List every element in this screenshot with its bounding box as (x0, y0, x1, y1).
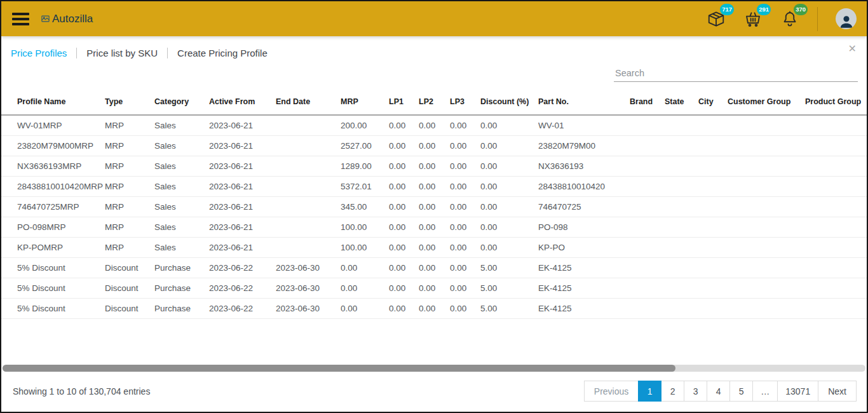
table-cell (728, 115, 805, 136)
table-cell: Discount (105, 258, 154, 278)
column-header-city[interactable]: City (698, 91, 728, 115)
table-cell (630, 197, 665, 217)
table-cell: 0.00 (450, 258, 480, 278)
table-cell: MRP (105, 177, 154, 197)
table-cell: 2023-06-22 (209, 258, 276, 278)
table-cell (728, 177, 805, 197)
hamburger-menu-icon[interactable] (11, 8, 31, 30)
notifications-badge: 370 (794, 4, 808, 15)
table-cell (630, 238, 665, 258)
table-cell (698, 156, 728, 177)
table-cell (728, 156, 805, 177)
tab-create-pricing-profile[interactable]: Create Pricing Profile (177, 48, 268, 58)
column-header-active-from[interactable]: Active From (209, 91, 276, 115)
table-cell (276, 115, 341, 136)
table-cell: 0.00 (341, 299, 389, 319)
orders-package-button[interactable]: 717 (707, 10, 726, 29)
cart-button[interactable]: 291 (743, 10, 763, 29)
column-header-lp3[interactable]: LP3 (450, 91, 480, 115)
table-cell: 2023-06-22 (209, 278, 276, 299)
table-cell: 0.00 (450, 115, 480, 136)
table-cell: 0.00 (389, 177, 419, 197)
table-cell: 0.00 (480, 197, 538, 217)
table-cell (728, 299, 805, 319)
table-cell: MRP (105, 238, 154, 258)
page-button-previous[interactable]: Previous (584, 381, 639, 402)
notifications-button[interactable]: 370 (780, 10, 799, 29)
column-header-lp1[interactable]: LP1 (389, 91, 419, 115)
page-button-3[interactable]: 3 (684, 381, 707, 402)
table-cell: NX3636193 (538, 156, 630, 177)
table-cell: 0.00 (341, 278, 389, 299)
table-cell: 0.00 (389, 299, 419, 319)
table-cell (698, 278, 728, 299)
table-cell: 5.00 (480, 258, 538, 278)
table-cell: 5372.01 (341, 177, 389, 197)
column-header-brand[interactable]: Brand (630, 91, 665, 115)
table-cell: 0.00 (450, 238, 480, 258)
table-cell: 2023-06-30 (276, 258, 341, 278)
content-spacer (1, 319, 867, 365)
table-cell: 0.00 (480, 177, 538, 197)
tab-price-list-by-sku[interactable]: Price list by SKU (86, 48, 158, 58)
page-button-13071[interactable]: 13071 (777, 381, 818, 402)
table-cell (698, 177, 728, 197)
table-cell: Purchase (154, 299, 209, 319)
table-cell: 23820M79M00MRP (1, 136, 105, 156)
table-cell (665, 156, 698, 177)
table-cell: KP-POMRP (1, 238, 105, 258)
table-cell: 0.00 (389, 278, 419, 299)
table-cell: 746470725MRP (1, 197, 105, 217)
table-row: 5% DiscountDiscountPurchase2023-06-22202… (1, 299, 867, 319)
tab-price-profiles[interactable]: Price Profiles (11, 48, 67, 58)
table-row: 746470725MRPMRPSales2023-06-21345.000.00… (1, 197, 867, 217)
scrollbar-thumb[interactable] (3, 365, 675, 372)
column-header-product-group[interactable]: Product Group (805, 91, 867, 115)
table-cell: 2023-06-21 (209, 115, 276, 136)
table-cell (665, 115, 698, 136)
column-header-state[interactable]: State (665, 91, 698, 115)
column-header-customer-group[interactable]: Customer Group (728, 91, 805, 115)
page-button-ellipsis[interactable]: … (752, 381, 778, 402)
search-input[interactable] (614, 65, 858, 82)
column-header-end-date[interactable]: End Date (276, 91, 341, 115)
close-icon[interactable]: ✕ (848, 44, 857, 54)
table-cell: 0.00 (419, 278, 450, 299)
column-header-profile-name[interactable]: Profile Name (1, 91, 105, 115)
table-cell: 0.00 (450, 136, 480, 156)
table-cell (728, 238, 805, 258)
table-cell: MRP (105, 156, 154, 177)
horizontal-scrollbar[interactable] (3, 365, 865, 372)
table-cell (665, 299, 698, 319)
table-cell: EK-4125 (538, 299, 630, 319)
table-cell (630, 156, 665, 177)
page-button-5[interactable]: 5 (729, 381, 753, 402)
avatar[interactable] (836, 8, 857, 29)
page-button-4[interactable]: 4 (707, 381, 730, 402)
column-header-mrp[interactable]: MRP (341, 91, 389, 115)
column-header-type[interactable]: Type (105, 91, 154, 115)
logo[interactable]: Autozilla (41, 13, 93, 25)
table-cell: 0.00 (480, 136, 538, 156)
tabs-row: Price ProfilesPrice list by SKUCreate Pr… (1, 36, 867, 58)
table-cell: 0.00 (480, 217, 538, 238)
column-header-part-no[interactable]: Part No. (538, 91, 630, 115)
table-cell: EK-4125 (538, 258, 630, 278)
table-cell (276, 197, 341, 217)
table-cell (665, 136, 698, 156)
page-button-2[interactable]: 2 (661, 381, 684, 402)
table-cell: 0.00 (341, 258, 389, 278)
table-cell: 0.00 (419, 299, 450, 319)
page-button-1[interactable]: 1 (638, 381, 661, 402)
table-cell: 0.00 (419, 197, 450, 217)
table-cell (698, 238, 728, 258)
column-header-lp2[interactable]: LP2 (419, 91, 450, 115)
table-cell (805, 217, 867, 238)
page-button-next[interactable]: Next (818, 381, 857, 402)
column-header-discount[interactable]: Discount (%) (480, 91, 538, 115)
table-row: 23820M79M00MRPMRPSales2023-06-212527.000… (1, 136, 867, 156)
column-header-category[interactable]: Category (154, 91, 209, 115)
table-cell (805, 299, 867, 319)
table-cell: 0.00 (450, 278, 480, 299)
table-cell: MRP (105, 115, 154, 136)
